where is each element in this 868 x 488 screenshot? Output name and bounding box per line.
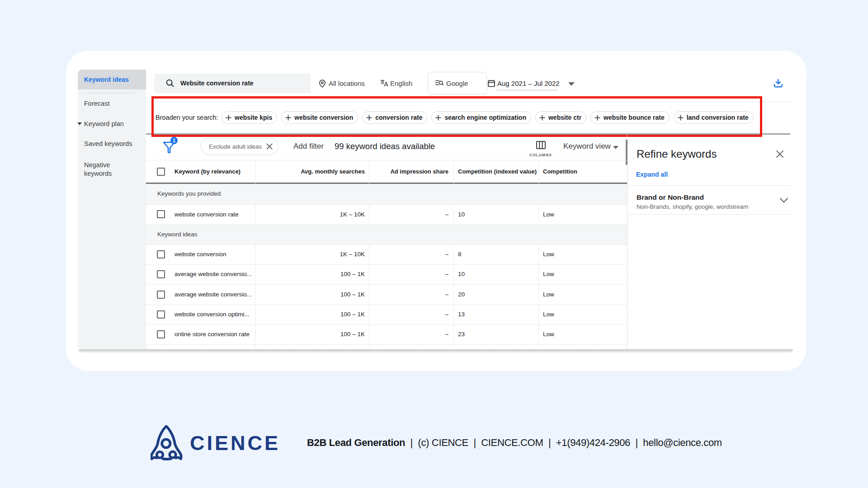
- svg-text:1: 1: [173, 138, 175, 143]
